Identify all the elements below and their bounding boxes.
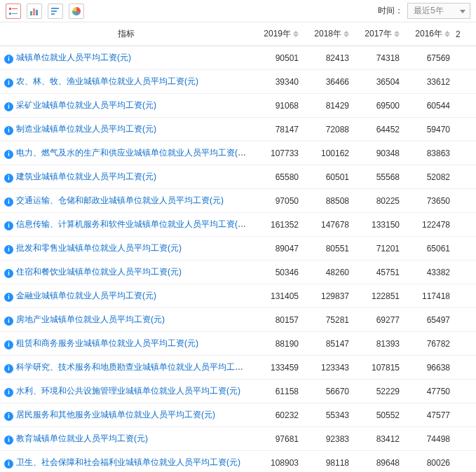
table-row: i批发和零售业城镇单位就业人员平均工资(元)890478055171201650… — [0, 237, 476, 261]
indicator-link[interactable]: 水利、环境和公共设施管理业城镇单位就业人员平均工资(元) — [16, 386, 240, 396]
value-cell: 50346 — [252, 261, 303, 284]
value-cell: 74318 — [353, 46, 404, 70]
indicator-link[interactable]: 信息传输、计算机服务和软件业城镇单位就业人员平均工资(元) — [16, 219, 249, 229]
time-range-select[interactable]: 最近5年 — [407, 3, 470, 19]
indicator-cell: i采矿业城镇单位就业人员平均工资(元) — [0, 94, 252, 118]
data-table: 指标 2019年 2018年 2017年 2016年 2 i城镇单位就业人员平均… — [0, 22, 476, 472]
info-icon[interactable]: i — [4, 412, 13, 421]
header-year-partial[interactable]: 2 — [454, 22, 476, 46]
info-icon[interactable]: i — [4, 174, 13, 183]
value-cell: 80551 — [303, 237, 353, 261]
indicator-link[interactable]: 金融业城镇单位就业人员平均工资(元) — [16, 291, 156, 300]
table-row: i金融业城镇单位就业人员平均工资(元)131405129837122851117… — [0, 284, 476, 308]
info-icon[interactable]: i — [4, 293, 13, 302]
indicator-link[interactable]: 住宿和餐饮业城镇单位就业人员平均工资(元) — [16, 267, 182, 277]
value-cell: 39340 — [252, 70, 303, 94]
indicator-cell: i交通运输、仓储和邮政业城镇单位就业人员平均工资(元) — [0, 189, 252, 213]
indicator-cell: i水利、环境和公共设施管理业城镇单位就业人员平均工资(元) — [0, 380, 252, 403]
value-cell: 89648 — [353, 451, 404, 473]
hbar-chart-button[interactable] — [48, 4, 63, 19]
header-year-3[interactable]: 2016年 — [404, 22, 454, 46]
indicator-link[interactable]: 交通运输、仓储和邮政业城镇单位就业人员平均工资(元) — [16, 195, 224, 205]
value-cell: 96638 — [404, 356, 454, 380]
value-cell-partial — [454, 118, 476, 141]
table-row: i采矿业城镇单位就业人员平均工资(元)91068814296950060544 — [0, 94, 476, 118]
svg-rect-8 — [51, 11, 57, 12]
info-icon[interactable]: i — [4, 317, 13, 326]
value-cell: 33612 — [404, 70, 454, 94]
indicator-link[interactable]: 制造业城镇单位就业人员平均工资(元) — [16, 124, 156, 134]
info-icon[interactable]: i — [4, 436, 13, 445]
indicator-link[interactable]: 教育城镇单位就业人员平均工资(元) — [16, 433, 148, 443]
table-row: i房地产业城镇单位就业人员平均工资(元)80157752816927765497 — [0, 308, 476, 332]
indicator-link[interactable]: 建筑业城镇单位就业人员平均工资(元) — [16, 172, 156, 181]
info-icon[interactable]: i — [4, 55, 13, 64]
value-cell: 71201 — [353, 237, 404, 261]
value-cell-partial — [454, 403, 476, 427]
info-icon[interactable]: i — [4, 221, 13, 230]
indicator-link[interactable]: 城镇单位就业人员平均工资(元) — [16, 53, 131, 62]
header-year-1[interactable]: 2018年 — [303, 22, 353, 46]
header-year-2[interactable]: 2017年 — [353, 22, 404, 46]
value-cell: 64452 — [353, 118, 404, 141]
value-cell: 83863 — [404, 141, 454, 165]
indicator-cell: i信息传输、计算机服务和软件业城镇单位就业人员平均工资(元) — [0, 213, 252, 237]
info-icon[interactable]: i — [4, 78, 13, 88]
info-icon[interactable]: i — [4, 269, 13, 278]
svg-rect-2 — [9, 13, 11, 15]
value-cell: 92383 — [303, 427, 353, 451]
value-cell: 129837 — [303, 284, 353, 308]
value-cell: 75281 — [303, 308, 353, 332]
indicator-link[interactable]: 批发和零售业城镇单位就业人员平均工资(元) — [16, 243, 182, 253]
legend-button[interactable] — [6, 4, 21, 19]
value-cell-partial — [454, 94, 476, 118]
info-icon[interactable]: i — [4, 245, 13, 254]
value-cell: 76782 — [404, 332, 454, 356]
value-cell: 69500 — [353, 94, 404, 118]
value-cell-partial — [454, 189, 476, 213]
value-cell-partial — [454, 70, 476, 94]
bar-chart-button[interactable] — [27, 4, 42, 19]
indicator-link[interactable]: 科学研究、技术服务和地质勘查业城镇单位就业人员平均工资(元) — [16, 362, 252, 372]
indicator-link[interactable]: 农、林、牧、渔业城镇单位就业人员平均工资(元) — [16, 76, 198, 86]
indicator-cell: i城镇单位就业人员平均工资(元) — [0, 46, 252, 70]
svg-rect-7 — [51, 8, 59, 9]
indicator-link[interactable]: 租赁和商务服务业城镇单位就业人员平均工资(元) — [16, 338, 198, 348]
value-cell: 107815 — [353, 356, 404, 380]
value-cell: 50552 — [353, 403, 404, 427]
info-icon[interactable]: i — [4, 197, 13, 207]
info-icon[interactable]: i — [4, 459, 13, 468]
indicator-link[interactable]: 居民服务和其他服务业城镇单位就业人员平均工资(元) — [16, 410, 215, 419]
value-cell: 133459 — [252, 356, 303, 380]
info-icon[interactable]: i — [4, 364, 13, 373]
value-cell: 90501 — [252, 46, 303, 70]
info-icon[interactable]: i — [4, 150, 13, 159]
info-icon[interactable]: i — [4, 126, 13, 135]
value-cell: 80225 — [353, 189, 404, 213]
header-year-0[interactable]: 2019年 — [252, 22, 303, 46]
table-row: i水利、环境和公共设施管理业城镇单位就业人员平均工资(元)61158566705… — [0, 380, 476, 403]
indicator-cell: i农、林、牧、渔业城镇单位就业人员平均工资(元) — [0, 70, 252, 94]
value-cell: 59470 — [404, 118, 454, 141]
value-cell: 61158 — [252, 380, 303, 403]
value-cell-partial — [454, 308, 476, 332]
value-cell: 147678 — [303, 213, 353, 237]
value-cell: 60232 — [252, 403, 303, 427]
info-icon[interactable]: i — [4, 388, 13, 397]
indicator-link[interactable]: 采矿业城镇单位就业人员平均工资(元) — [16, 100, 156, 110]
indicator-link[interactable]: 房地产业城镇单位就业人员平均工资(元) — [16, 314, 165, 324]
sort-icon — [394, 31, 400, 37]
svg-rect-1 — [12, 8, 18, 9]
value-cell-partial — [454, 261, 476, 284]
header-indicator[interactable]: 指标 — [0, 22, 252, 46]
indicator-cell: i房地产业城镇单位就业人员平均工资(元) — [0, 308, 252, 332]
time-range-value: 最近5年 — [414, 6, 444, 15]
info-icon[interactable]: i — [4, 340, 13, 349]
value-cell: 131405 — [252, 284, 303, 308]
indicator-link[interactable]: 电力、燃气及水的生产和供应业城镇单位就业人员平均工资(元) — [16, 148, 249, 158]
pie-chart-button[interactable] — [69, 4, 84, 19]
indicator-link[interactable]: 卫生、社会保障和社会福利业城镇单位就业人员平均工资(元) — [16, 457, 240, 467]
value-cell: 56670 — [303, 380, 353, 403]
svg-rect-5 — [33, 8, 35, 15]
info-icon[interactable]: i — [4, 102, 13, 111]
